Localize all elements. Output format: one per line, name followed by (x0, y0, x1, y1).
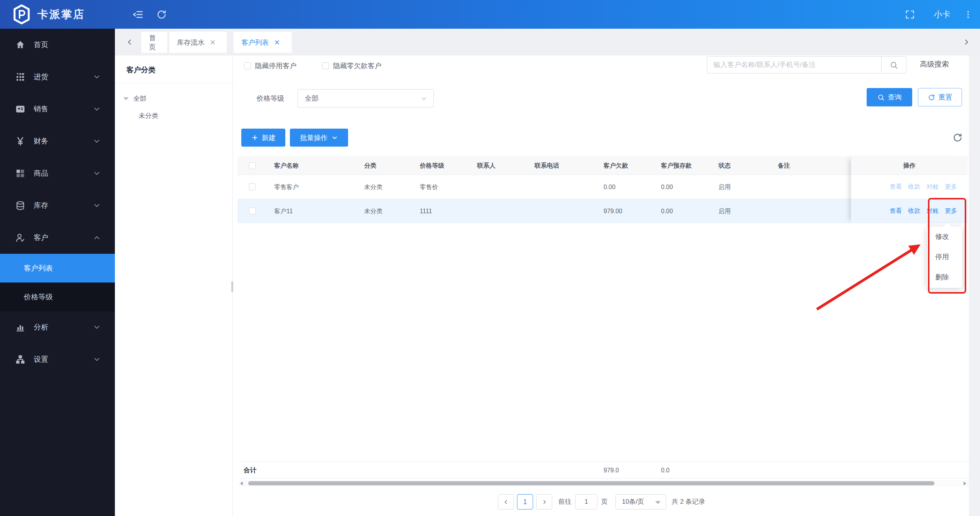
column-header: 价格等级 (420, 156, 444, 175)
dropdown-item-delete[interactable]: 删除 (927, 267, 962, 287)
purchase-icon (15, 72, 25, 82)
reset-button[interactable]: 重置 (918, 88, 962, 106)
sidebar-item-sales[interactable]: 销售 (0, 93, 115, 125)
batch-actions-button[interactable]: 批量操作 (290, 129, 348, 147)
action-collect[interactable]: 收款 (908, 207, 920, 215)
dropdown-item-disable[interactable]: 停用 (927, 247, 962, 267)
user-menu[interactable]: 小卡 (934, 0, 951, 29)
chevron-right-icon (541, 499, 548, 505)
column-header: 分类 (364, 156, 376, 175)
tab-scroll-left-icon[interactable] (126, 29, 134, 56)
row-checkbox[interactable] (249, 183, 256, 190)
page-size-select[interactable]: 10条/页 (615, 494, 666, 509)
tab-customer-list[interactable]: 客户列表 (234, 32, 292, 53)
tab-home[interactable]: 首页 (141, 32, 167, 53)
search-input[interactable] (707, 56, 881, 73)
action-view[interactable]: 查看 (890, 183, 902, 191)
fullscreen-icon[interactable] (905, 0, 915, 29)
pagination-prev-button[interactable] (498, 494, 514, 509)
cell-status: 启用 (718, 175, 731, 199)
sidebar-item-goods[interactable]: 商品 (0, 157, 115, 189)
page-size-value: 10条/页 (622, 495, 644, 509)
action-reconcile[interactable]: 对账 (926, 183, 939, 191)
advanced-search-link[interactable]: 高级搜索 (920, 59, 949, 69)
app-title: 卡派掌店 (38, 0, 85, 29)
scroll-left-arrow-icon[interactable] (240, 482, 243, 485)
sidebar-item-customer[interactable]: 客户 (0, 222, 115, 254)
cell-category: 未分类 (364, 199, 383, 223)
action-view[interactable]: 查看 (890, 207, 902, 215)
goto-page-input[interactable] (575, 494, 597, 509)
tab-scroll-right-icon[interactable] (962, 29, 970, 56)
select-all-checkbox[interactable] (249, 162, 256, 169)
sidebar-item-settings[interactable]: 设置 (0, 343, 115, 376)
hide-zero-debt-label[interactable]: 隐藏零欠款客户 (333, 61, 381, 70)
chevron-down-icon (93, 323, 101, 331)
vertical-scrollbar-gutter[interactable] (969, 56, 980, 516)
sidebar-item-inventory[interactable]: 库存 (0, 189, 115, 222)
menu-collapse-icon[interactable] (132, 0, 144, 29)
search-button[interactable] (881, 56, 906, 73)
hide-disabled-label[interactable]: 隐藏停用客户 (255, 61, 296, 70)
column-header: 状态 (718, 156, 731, 175)
reset-button-label: 重置 (939, 93, 952, 102)
page-refresh-icon[interactable] (156, 0, 167, 29)
price-level-select[interactable]: 全部 (298, 89, 434, 108)
home-icon (15, 40, 25, 50)
tab-bar: 首页 库存流水 客户列表 (115, 29, 980, 56)
fixed-operations-column: 操作 查看 收款 对账 更多 查看 收款 对账 更多 (851, 156, 968, 224)
horizontal-scrollbar-thumb[interactable] (248, 481, 934, 485)
sidebar-subitem-customer-list[interactable]: 客户列表 (0, 254, 115, 282)
sidebar: 首页 进货 销售 财务 商品 (0, 29, 115, 516)
pagination-page-1[interactable]: 1 (517, 494, 533, 509)
tree-caret-icon[interactable] (123, 97, 129, 100)
caret-down-icon (655, 501, 661, 504)
panel-title: 客户分类 (115, 56, 232, 83)
search-icon (890, 61, 898, 69)
price-level-value: 全部 (305, 90, 319, 107)
table-row[interactable]: 零售客户 未分类 零售价 0.00 0.00 启用 (237, 175, 851, 199)
tree-node-uncategorized[interactable]: 未分类 (115, 103, 232, 120)
cell-debt: 0.00 (604, 175, 615, 199)
pagination-next-button[interactable] (536, 494, 552, 509)
sidebar-item-home[interactable]: 首页 (0, 29, 115, 61)
table-row[interactable]: 客户11 未分类 1111 979.00 0.00 启用 (237, 199, 851, 223)
cell-customer-name: 零售客户 (274, 175, 299, 199)
customer-submenu: 客户列表 价格等级 (0, 254, 115, 311)
close-icon[interactable] (274, 39, 280, 45)
action-more[interactable]: 更多 (945, 183, 957, 191)
panel-splitter-handle[interactable] (231, 281, 233, 292)
dropdown-item-edit[interactable]: 修改 (927, 227, 962, 247)
tree-node-label: 未分类 (139, 111, 158, 120)
scroll-right-arrow-icon[interactable] (964, 482, 966, 485)
sidebar-item-purchase[interactable]: 进货 (0, 61, 115, 93)
close-icon[interactable] (210, 39, 216, 45)
column-header-operations: 操作 (851, 156, 968, 175)
customer-person-icon (15, 233, 25, 243)
sidebar-item-finance[interactable]: 财务 (0, 125, 115, 157)
row-checkbox[interactable] (249, 207, 256, 214)
horizontal-scrollbar[interactable] (237, 480, 969, 487)
row-actions: 查看 收款 对账 更多 (851, 175, 968, 199)
action-collect[interactable]: 收款 (908, 183, 920, 191)
sidebar-item-label: 分析 (34, 322, 48, 332)
sidebar-item-label: 财务 (34, 136, 48, 146)
new-button[interactable]: 新建 (241, 129, 285, 147)
cell-status: 启用 (718, 199, 731, 223)
chevron-down-icon (93, 137, 101, 145)
tree-node-all[interactable]: 全部 (115, 83, 232, 103)
sidebar-subitem-price-level[interactable]: 价格等级 (0, 282, 115, 311)
more-options-icon[interactable] (964, 0, 973, 29)
total-records-label: 共 2 条记录 (672, 494, 705, 509)
sidebar-item-label: 设置 (34, 354, 48, 364)
action-reconcile[interactable]: 对账 (926, 207, 939, 215)
hide-zero-debt-checkbox[interactable] (322, 62, 329, 69)
table-refresh-icon[interactable] (952, 132, 963, 143)
cell-category: 未分类 (364, 175, 383, 199)
action-more[interactable]: 更多 (945, 207, 957, 215)
chevron-down-icon (93, 355, 101, 364)
tab-inventory-flow[interactable]: 库存流水 (169, 32, 227, 53)
hide-disabled-checkbox[interactable] (244, 62, 251, 69)
query-button[interactable]: 查询 (867, 88, 912, 106)
sidebar-item-analysis[interactable]: 分析 (0, 311, 115, 343)
